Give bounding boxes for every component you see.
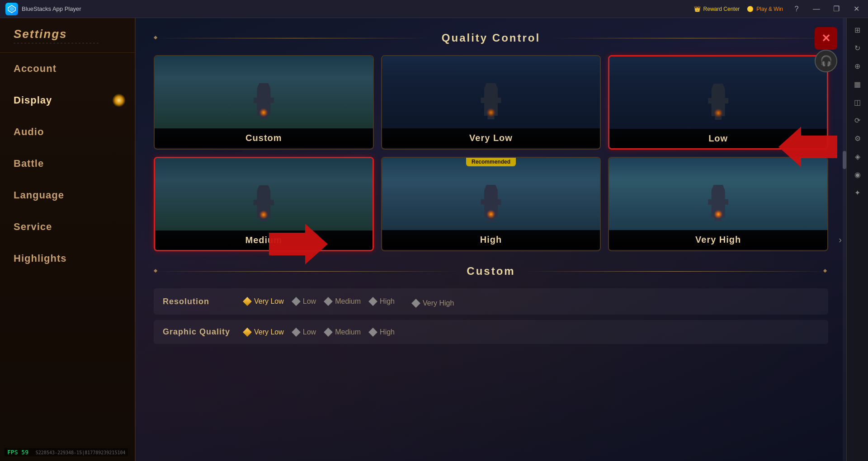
scrollbar-thumb[interactable] <box>843 151 846 169</box>
quality-card-high[interactable]: Recommended High <box>381 157 601 251</box>
title-bar: BlueStacks App Player 👑 Reward Center 🟡 … <box>0 0 868 18</box>
card-scene-low <box>609 56 827 129</box>
card-image-low <box>609 56 827 129</box>
svg-marker-1 <box>9 7 14 11</box>
resolution-row: Resolution Very Low Low Medium <box>154 288 828 315</box>
play-win-btn[interactable]: 🟡 Play & Win <box>747 6 783 12</box>
resolution-options: Very Low Low Medium High <box>244 296 454 307</box>
resolution-very-low-label: Very Low <box>254 297 284 306</box>
sidebar-item-battle[interactable]: Battle <box>0 148 135 179</box>
custom-title-label: Custom <box>467 265 515 278</box>
help-btn[interactable]: ? <box>790 3 803 15</box>
crown-icon: 👑 <box>694 6 701 12</box>
card-scene-high <box>382 158 600 230</box>
headphone-btn[interactable]: 🎧 <box>815 50 837 72</box>
bluestacks-logo <box>5 3 18 15</box>
resolution-low-label: Low <box>303 297 316 306</box>
quality-card-very-low[interactable]: Very Low <box>381 55 601 150</box>
resolution-label: Resolution <box>163 297 235 306</box>
quality-grid: Custom Very Low Low Med <box>154 55 828 251</box>
quality-card-medium[interactable]: Medium <box>154 157 374 251</box>
display-label: Display <box>14 94 52 106</box>
graphic-option-high[interactable]: High <box>370 328 395 336</box>
card-scene-custom <box>155 56 373 128</box>
quality-control-label: Quality Control <box>442 32 540 44</box>
quality-card-very-high[interactable]: Very High <box>608 157 828 251</box>
card-scene-medium <box>155 158 373 230</box>
battle-label: Battle <box>14 158 44 169</box>
window-controls: 👑 Reward Center 🟡 Play & Win ? — ❐ ✕ <box>694 3 863 15</box>
sidebar-item-service[interactable]: Service <box>0 211 135 243</box>
fps-label: FPS <box>7 449 21 456</box>
diamond-icon-high <box>368 297 377 306</box>
arrow-left-indicator <box>778 127 837 169</box>
reward-center-label: Reward Center <box>703 6 740 12</box>
sidebar-rotate-btn[interactable]: ⟳ <box>849 112 866 128</box>
close-btn[interactable]: ✕ <box>850 3 863 15</box>
quality-card-custom[interactable]: Custom <box>154 55 374 150</box>
resolution-option-low[interactable]: Low <box>293 297 316 306</box>
card-image-high <box>382 158 600 230</box>
graphic-option-low[interactable]: Low <box>293 328 316 336</box>
svg-marker-2 <box>269 224 328 264</box>
sidebar-settings-btn[interactable]: ⚙ <box>849 130 866 146</box>
sidebar-item-audio[interactable]: Audio <box>0 116 135 148</box>
graphic-quality-options: Very Low Low Medium High <box>244 328 395 336</box>
sidebar-eye-btn[interactable]: ◉ <box>849 166 866 183</box>
card-scene-very-low <box>382 56 600 128</box>
sidebar-screenshot-btn[interactable]: ◫ <box>849 94 866 110</box>
resolution-option-very-high[interactable]: Very High <box>413 299 454 307</box>
sidebar-filter-btn[interactable]: ◈ <box>849 148 866 165</box>
card-label-custom: Custom <box>155 128 373 148</box>
graphic-very-low-label: Very Low <box>254 328 284 336</box>
sidebar-grid-btn[interactable]: ▦ <box>849 76 866 92</box>
graphic-option-very-low[interactable]: Very Low <box>244 328 284 336</box>
graphic-high-label: High <box>380 328 395 336</box>
fps-counter: FPS 59 S228543-229348-15|817789239215104 <box>5 448 128 456</box>
graphic-low-label: Low <box>303 328 316 336</box>
reward-center-btn[interactable]: 👑 Reward Center <box>694 6 740 12</box>
sidebar-item-display[interactable]: Display <box>0 85 135 116</box>
resolution-nav-arrow[interactable]: › <box>839 235 842 245</box>
minimize-btn[interactable]: — <box>810 3 823 15</box>
resolution-option-very-low[interactable]: Very Low <box>244 297 284 306</box>
scrollbar-track[interactable] <box>843 18 846 461</box>
account-label: Account <box>14 63 57 74</box>
diamond-icon-very-high <box>411 299 420 308</box>
recommended-badge: Recommended <box>466 157 516 166</box>
graphic-quality-row: Graphic Quality Very Low Low Medium <box>154 320 828 344</box>
card-label-very-high: Very High <box>609 230 827 249</box>
resolution-option-medium[interactable]: Medium <box>325 297 361 306</box>
card-label-medium: Medium <box>155 230 373 250</box>
resolution-option-high[interactable]: High <box>370 297 395 306</box>
sidebar-item-account[interactable]: Account <box>0 53 135 85</box>
sidebar-layers-btn[interactable]: ⊞ <box>849 22 866 38</box>
diamond-icon-medium <box>324 297 333 306</box>
gq-diamond-high <box>368 328 377 337</box>
arrow-right-indicator <box>269 224 328 266</box>
resolution-medium-label: Medium <box>335 297 361 306</box>
sidebar-share-btn[interactable]: ⊕ <box>849 58 866 74</box>
graphic-quality-label: Graphic Quality <box>163 327 235 337</box>
left-nav: Settings Account Display Audio Battle La… <box>0 18 136 461</box>
custom-deco-left <box>154 271 458 272</box>
right-sidebar: ⊞ ↻ ⊕ ▦ ◫ ⟳ ⚙ ◈ ◉ ✦ <box>846 18 868 461</box>
sidebar-star-btn[interactable]: ✦ <box>849 184 866 201</box>
sidebar-item-language[interactable]: Language <box>0 179 135 211</box>
restore-btn[interactable]: ❐ <box>830 3 843 15</box>
card-label-high: High <box>382 230 600 249</box>
service-label: Service <box>14 221 52 232</box>
sidebar-refresh-btn[interactable]: ↻ <box>849 40 866 56</box>
app-name-label: BlueStacks App Player <box>22 5 81 12</box>
close-x-icon: ✕ <box>821 32 830 45</box>
close-settings-btn[interactable]: ✕ <box>815 27 837 50</box>
resolution-very-high-label: Very High <box>423 299 454 307</box>
gq-diamond-low <box>292 328 301 337</box>
sidebar-item-highlights[interactable]: Highlights <box>0 243 135 274</box>
graphic-option-medium[interactable]: Medium <box>325 328 361 336</box>
quality-control-title: Quality Control <box>154 32 828 44</box>
language-label: Language <box>14 189 64 201</box>
audio-label: Audio <box>14 126 44 137</box>
gq-diamond-medium <box>324 328 333 337</box>
headphone-icon: 🎧 <box>820 55 832 67</box>
